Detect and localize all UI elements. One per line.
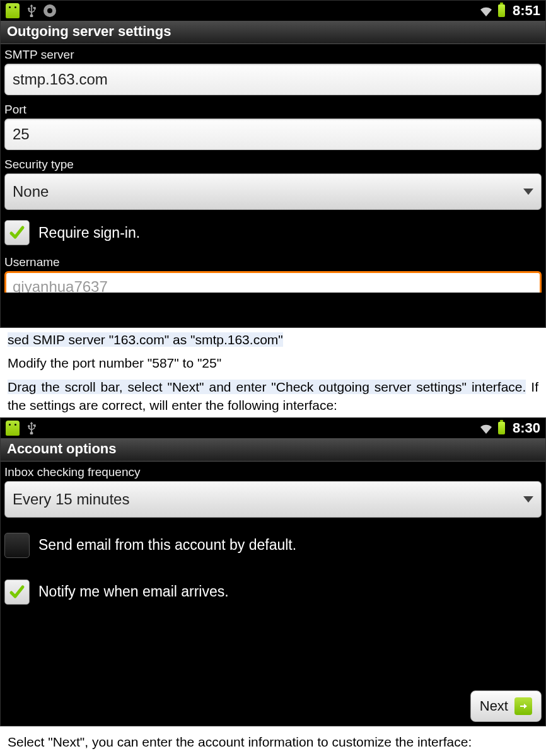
checkmark-icon xyxy=(9,224,25,241)
port-label: Port xyxy=(1,99,545,119)
notify-checkbox[interactable] xyxy=(4,579,30,605)
status-bar: 8:30 xyxy=(1,418,545,438)
username-input[interactable]: qiyanhua7637 xyxy=(4,271,542,293)
battery-icon xyxy=(498,4,505,17)
wifi-icon xyxy=(479,5,493,16)
usb-icon xyxy=(26,4,37,17)
screen-title: Outgoing server settings xyxy=(1,21,545,44)
require-signin-label: Require sign-in. xyxy=(38,224,140,241)
security-type-value: None xyxy=(13,183,49,201)
usb-icon xyxy=(26,422,37,434)
inbox-frequency-dropdown[interactable]: Every 15 minutes xyxy=(4,481,542,518)
android-icon xyxy=(6,421,20,436)
smtp-server-label: SMTP server xyxy=(1,44,545,64)
default-account-row[interactable]: Send email from this account by default. xyxy=(1,526,545,564)
instruction-line-1: sed SMIP server "163.com" as "smtp.163.c… xyxy=(0,328,546,351)
inbox-frequency-value: Every 15 minutes xyxy=(13,491,129,508)
inbox-frequency-label: Inbox checking frequency xyxy=(1,462,545,481)
screen-title: Account options xyxy=(1,438,545,462)
require-signin-row[interactable]: Require sign-in. xyxy=(1,214,545,252)
notify-row[interactable]: Notify me when email arrives. xyxy=(1,573,545,611)
chevron-down-icon xyxy=(523,189,533,195)
default-account-label: Send email from this account by default. xyxy=(38,537,296,554)
screenshot-account-options: 8:30 Account options Inbox checking freq… xyxy=(0,417,546,726)
instruction-line-2: Modify the port number "587" to "25" xyxy=(0,351,546,375)
status-bar: 8:51 xyxy=(1,1,545,21)
wifi-icon xyxy=(479,422,493,434)
instruction-line-4: Select "Next", you can enter the account… xyxy=(0,730,546,753)
next-button[interactable]: Next xyxy=(470,690,542,722)
android-icon xyxy=(6,3,20,18)
notify-label: Notify me when email arrives. xyxy=(38,583,229,600)
arrow-right-icon xyxy=(514,697,532,715)
status-clock: 8:51 xyxy=(513,3,540,19)
default-account-checkbox[interactable] xyxy=(4,533,30,558)
gear-icon xyxy=(44,4,56,17)
smtp-server-input[interactable]: stmp.163.com xyxy=(4,64,542,95)
require-signin-checkbox[interactable] xyxy=(4,220,30,245)
status-clock: 8:30 xyxy=(513,420,540,436)
checkmark-icon xyxy=(9,584,25,600)
instruction-line-3: Drag the scroll bar, select "Next" and e… xyxy=(0,375,546,417)
battery-icon xyxy=(498,422,505,434)
next-button-label: Next xyxy=(480,698,508,714)
security-type-dropdown[interactable]: None xyxy=(4,173,542,210)
chevron-down-icon xyxy=(523,496,533,503)
username-label: Username xyxy=(1,252,545,271)
security-type-label: Security type xyxy=(1,154,545,173)
port-input[interactable]: 25 xyxy=(4,119,542,150)
screenshot-outgoing-server: 8:51 Outgoing server settings SMTP serve… xyxy=(0,0,546,328)
